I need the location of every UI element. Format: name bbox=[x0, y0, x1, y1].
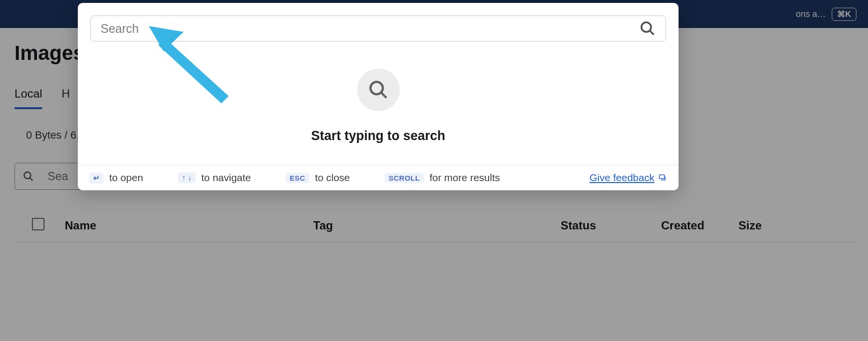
modal-empty-title: Start typing to search bbox=[311, 128, 446, 143]
svg-rect-6 bbox=[659, 175, 665, 179]
hint-close: ESC to close bbox=[286, 172, 350, 184]
hint-open-label: to open bbox=[109, 172, 143, 184]
hint-scroll-label: for more results bbox=[430, 172, 500, 184]
search-icon bbox=[368, 79, 389, 100]
hint-nav-label: to navigate bbox=[202, 172, 251, 184]
search-modal: Start typing to search ↵ to open ↑ ↓ to … bbox=[78, 3, 679, 190]
search-icon bbox=[639, 20, 656, 37]
hint-close-label: to close bbox=[315, 172, 350, 184]
modal-footer: ↵ to open ↑ ↓ to navigate ESC to close S… bbox=[78, 165, 679, 190]
modal-search-box[interactable] bbox=[90, 15, 666, 42]
svg-point-4 bbox=[370, 82, 383, 95]
feedback-icon bbox=[658, 173, 667, 182]
kbd-arrows: ↑ ↓ bbox=[178, 172, 195, 183]
svg-point-2 bbox=[641, 22, 651, 32]
hint-scroll: SCROLL for more results bbox=[385, 172, 500, 184]
hint-navigate: ↑ ↓ to navigate bbox=[178, 172, 251, 184]
magnifier-icon-circle bbox=[357, 69, 400, 111]
svg-line-3 bbox=[650, 30, 654, 35]
kbd-enter: ↵ bbox=[89, 172, 103, 184]
give-feedback-link[interactable]: Give feedback bbox=[590, 172, 667, 184]
modal-search-input[interactable] bbox=[101, 22, 639, 36]
kbd-scroll: SCROLL bbox=[385, 173, 424, 183]
svg-line-5 bbox=[381, 93, 386, 98]
modal-body: Start typing to search bbox=[78, 42, 679, 165]
hint-open: ↵ to open bbox=[89, 172, 143, 184]
feedback-label: Give feedback bbox=[590, 172, 654, 184]
kbd-esc: ESC bbox=[286, 173, 309, 183]
